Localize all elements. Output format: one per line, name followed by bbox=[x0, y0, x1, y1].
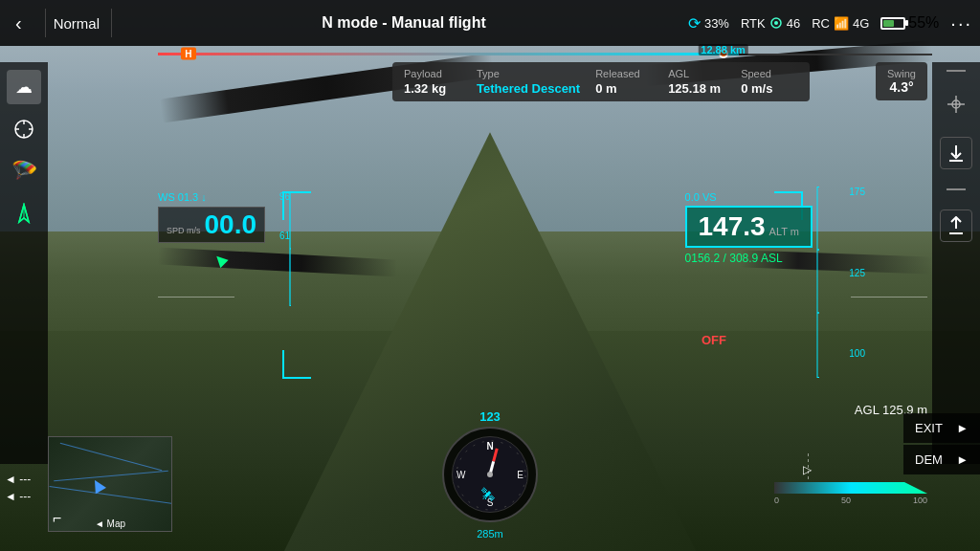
exit-dem-panel: EXIT ► DEM ► bbox=[903, 413, 980, 474]
scale-125: 125 bbox=[849, 268, 865, 278]
compass-inner: N S E W 🛰 bbox=[452, 436, 528, 513]
map-label[interactable]: ◄ Map bbox=[95, 518, 125, 529]
back-button[interactable]: ‹ bbox=[8, 9, 30, 38]
control-left-1[interactable]: ◄ --- bbox=[5, 473, 31, 486]
rs-upload-icon[interactable] bbox=[940, 209, 972, 242]
battery-fill bbox=[883, 20, 894, 27]
compass-dist: 285m bbox=[477, 528, 503, 540]
alt-scale-0: 0 bbox=[774, 496, 779, 505]
target-svg bbox=[13, 119, 34, 140]
gps-icon: ⟳ bbox=[688, 14, 701, 33]
gps-status: ⟳ 33% bbox=[688, 14, 729, 33]
alt-unit: ALT m bbox=[769, 226, 799, 237]
speed-box-label: SPD m/s bbox=[167, 226, 201, 236]
map-line-2 bbox=[54, 471, 168, 481]
swing-value: 4.3° bbox=[887, 79, 916, 95]
v-scale-line bbox=[289, 191, 291, 306]
released-value: 0 m bbox=[595, 81, 616, 96]
rc-signal-icon: 📶 bbox=[834, 16, 849, 31]
map-bg: ▲ ⌐ ◄ Map bbox=[49, 437, 171, 531]
battery-status: 55% bbox=[880, 14, 939, 32]
bottom-alt-scale: ▷ 0 50 100 bbox=[774, 482, 927, 505]
rs-divider2 bbox=[947, 188, 966, 190]
rc-label: RC bbox=[812, 16, 830, 31]
navigation-icon[interactable] bbox=[7, 196, 41, 231]
speed-box: SPD m/s 00.0 bbox=[158, 207, 265, 243]
compass-heading: 123 bbox=[479, 409, 501, 424]
top-right-status: ⟳ 33% RTK 46 RC 📶 4G 55% ··· bbox=[688, 12, 972, 34]
top-divider-1 bbox=[45, 9, 46, 37]
type-col: Type Tethered Descent bbox=[477, 68, 580, 96]
info-panel: Payload 1.32 kg Type Tethered Descent Re… bbox=[392, 62, 810, 101]
rtk-value: 46 bbox=[787, 16, 800, 31]
alt-box: 147.3 ALT m bbox=[685, 206, 813, 248]
weather-icon[interactable]: ☁ bbox=[7, 70, 41, 104]
map-line-1 bbox=[60, 443, 163, 471]
speed-label: Speed bbox=[741, 68, 771, 79]
dem-label: DEM bbox=[915, 452, 943, 467]
released-col: Released 0 m bbox=[595, 68, 653, 96]
top-bar: ‹ Normal N mode - Manual flight ⟳ 33% RT… bbox=[0, 0, 980, 46]
rs-target-icon[interactable] bbox=[939, 87, 973, 121]
gps-percent: 33% bbox=[704, 16, 729, 31]
right-sidebar bbox=[932, 62, 980, 464]
alt-scale-line bbox=[816, 187, 819, 378]
alt-scale-50: 50 bbox=[841, 496, 851, 505]
payload-label: Payload bbox=[404, 68, 442, 79]
scale-175: 175 bbox=[849, 187, 865, 197]
wind-label: WS 01.3 bbox=[158, 191, 198, 203]
dem-arrow-icon: ► bbox=[956, 452, 969, 467]
top-divider-2 bbox=[111, 9, 112, 37]
parachute-icon[interactable]: 🪂 bbox=[7, 154, 41, 188]
battery-percent: 55% bbox=[908, 14, 939, 32]
agl-label: AGL bbox=[668, 68, 689, 79]
swing-label: Swing bbox=[887, 68, 916, 79]
rs-download-icon[interactable] bbox=[940, 137, 972, 169]
home-marker: H bbox=[181, 48, 195, 60]
map-thumbnail[interactable]: ▲ ⌐ ◄ Map bbox=[48, 436, 172, 532]
exit-arrow-icon: ► bbox=[956, 421, 969, 435]
exit-button[interactable]: EXIT ► bbox=[903, 413, 980, 443]
map-position-arrow: ▲ bbox=[82, 469, 113, 500]
map-corner-icon: ⌐ bbox=[53, 510, 61, 527]
left-gauge: WS 01.3 ↓ SPD m/s 00.0 bbox=[158, 191, 265, 243]
crosshair-icon[interactable] bbox=[7, 112, 41, 146]
rc-status: RC 📶 4G bbox=[812, 16, 869, 31]
mode-text[interactable]: Normal bbox=[54, 15, 100, 32]
wind-dir: ↓ bbox=[201, 191, 207, 203]
bottom-left-controls: ◄ --- ◄ --- bbox=[5, 473, 31, 503]
rs-target-svg bbox=[946, 94, 967, 115]
more-button[interactable]: ··· bbox=[950, 12, 972, 34]
speed-box-value: 00.0 bbox=[205, 211, 257, 238]
gps-compass-icon: 🛰 bbox=[481, 487, 495, 502]
rtk-status: RTK 46 bbox=[741, 16, 800, 31]
flight-mode-label: N mode - Manual flight bbox=[120, 14, 688, 32]
v-scale-left: 96 61 bbox=[279, 191, 290, 270]
off-label: OFF bbox=[702, 333, 726, 347]
agl-value: 125.18 m bbox=[668, 81, 721, 96]
payload-value: 1.32 kg bbox=[404, 81, 446, 96]
distance-filled bbox=[158, 53, 739, 55]
dem-button[interactable]: DEM ► bbox=[903, 445, 980, 474]
right-gauge: 0.0 VS 147.3 ALT m 0156.2 / 308.9 ASL bbox=[685, 191, 813, 265]
wind-display: WS 01.3 ↓ bbox=[158, 191, 265, 203]
svg-point-1 bbox=[774, 21, 778, 25]
released-label: Released bbox=[595, 68, 639, 79]
nav-svg bbox=[13, 203, 34, 224]
rotor-blade-ml bbox=[158, 247, 398, 276]
horizon-line-left bbox=[158, 297, 234, 298]
type-value: Tethered Descent bbox=[477, 81, 580, 96]
distance-bar: H 12.88 km bbox=[158, 46, 932, 61]
alt-scale-100: 100 bbox=[913, 496, 927, 505]
asl-text: 0156.2 / 308.9 ASL bbox=[685, 252, 813, 265]
left-sidebar: ☁ 🪂 bbox=[0, 62, 48, 464]
speed-value: 0 m/s bbox=[741, 81, 772, 96]
speed-col: Speed 0 m/s bbox=[741, 68, 798, 96]
alt-scale-bar bbox=[774, 482, 927, 494]
alt-scale-labels: 0 50 100 bbox=[774, 496, 927, 505]
download-svg bbox=[947, 143, 966, 163]
control-left-2[interactable]: ◄ --- bbox=[5, 490, 31, 503]
payload-col: Payload 1.32 kg bbox=[404, 68, 461, 96]
rc-signal: 4G bbox=[853, 16, 869, 31]
alt-scale-right: 175 125 100 bbox=[849, 187, 865, 359]
